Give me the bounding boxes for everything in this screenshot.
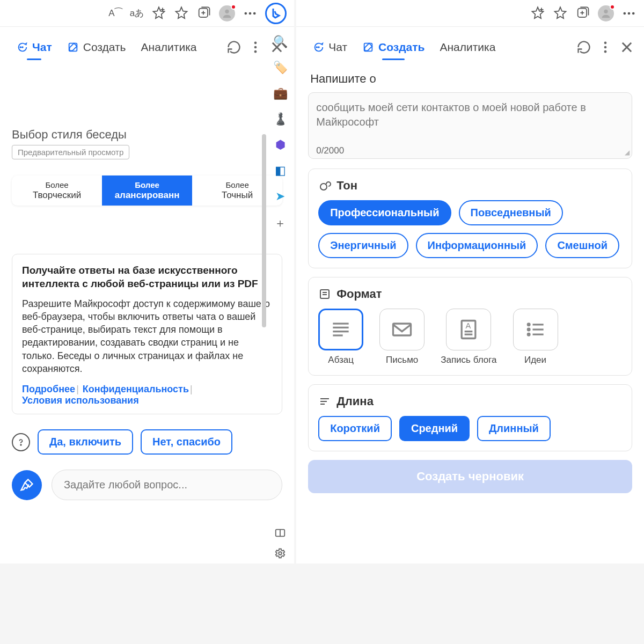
svg-point-49 (528, 328, 530, 331)
tab-compose[interactable]: Создать (356, 38, 431, 57)
svg-rect-42 (393, 324, 411, 335)
tab-insights[interactable]: Аналитика (433, 38, 502, 57)
refresh-icon[interactable] (226, 40, 241, 55)
add-favorite-icon[interactable] (151, 6, 166, 21)
style-creative[interactable]: Более Творческий (12, 175, 102, 206)
collections-icon[interactable] (196, 6, 211, 21)
svg-point-29 (318, 47, 319, 48)
svg-point-13 (254, 46, 257, 49)
svg-point-32 (604, 46, 607, 49)
email-icon (379, 309, 425, 350)
add-favorite-icon[interactable] (530, 6, 545, 21)
more-icon[interactable] (621, 6, 636, 21)
m365-icon[interactable]: ⬢ (273, 138, 287, 152)
help-icon[interactable] (12, 433, 30, 451)
tab-compose-label: Создать (83, 41, 126, 54)
tone-options: Профессиональный Повседневный Энергичный… (318, 200, 622, 258)
link-more[interactable]: Подробнее (22, 384, 75, 394)
close-icon[interactable] (619, 40, 634, 55)
collections-icon[interactable] (575, 6, 590, 21)
svg-point-28 (317, 47, 318, 48)
split-screen-icon[interactable] (274, 527, 286, 539)
preview-badge: Предварительный просмотр (12, 145, 129, 159)
svg-point-5 (225, 9, 229, 13)
favorites-icon[interactable] (553, 6, 568, 21)
tab-compose[interactable]: Создать (61, 38, 133, 57)
svg-point-34 (320, 184, 327, 190)
resize-grip-icon[interactable]: ◢ (625, 149, 630, 156)
scrollbar[interactable] (262, 134, 266, 327)
bing-sidebar-icon[interactable] (265, 3, 287, 24)
svg-text:A: A (466, 321, 471, 330)
send-icon[interactable]: ➤ (273, 189, 287, 203)
ideas-icon (513, 309, 558, 350)
info-links: Подробнее| Конфиденциальность| Условия и… (22, 384, 272, 406)
svg-point-15 (20, 444, 21, 445)
sidebar-rail-bottom (268, 527, 292, 559)
paragraph-icon (318, 309, 363, 350)
link-privacy[interactable]: Конфиденциальность (83, 384, 189, 394)
tab-chat[interactable]: Чат (306, 38, 354, 57)
svg-point-26 (628, 12, 631, 14)
consent-no-button[interactable]: Нет, спасибо (141, 429, 232, 455)
generate-draft-button[interactable]: Создать черновик (308, 460, 632, 493)
length-medium[interactable]: Средний (399, 416, 470, 441)
new-topic-button[interactable] (12, 470, 42, 500)
length-label: Длина (336, 394, 374, 408)
svg-point-8 (253, 12, 256, 14)
search-icon[interactable]: 🔍 (273, 35, 287, 49)
browser-toolbar-right (296, 0, 644, 27)
more-vertical-icon[interactable] (598, 40, 613, 55)
link-terms[interactable]: Условия использования (22, 395, 139, 406)
more-vertical-icon[interactable] (248, 40, 263, 55)
length-options: Короткий Средний Длинный (318, 416, 622, 441)
style-balanced[interactable]: Более алансированн (102, 175, 192, 206)
add-site-icon[interactable]: ＋ (273, 215, 287, 231)
profile-avatar[interactable] (598, 5, 614, 21)
tab-insights-label: Аналитика (141, 41, 197, 54)
tone-enthusiastic[interactable]: Энергичный (318, 233, 408, 258)
write-about-input[interactable]: сообщить моей сети контактов о моей ново… (316, 100, 624, 135)
svg-point-24 (604, 9, 608, 13)
tone-label: Тон (336, 179, 357, 193)
games-icon[interactable]: ♟️ (273, 112, 287, 126)
svg-point-47 (528, 324, 530, 326)
style-label: Выбор стиля беседы (12, 128, 282, 142)
consent-yes-button[interactable]: Да, включить (38, 429, 133, 455)
tools-icon[interactable]: 💼 (273, 86, 287, 100)
tone-professional[interactable]: Профессиональный (318, 200, 451, 225)
tab-insights[interactable]: Аналитика (135, 38, 203, 57)
favorites-icon[interactable] (174, 6, 189, 21)
left-tab-row: Чат Создать Аналитика (0, 27, 294, 63)
format-card: Формат Абзац Письмо A (308, 277, 632, 376)
settings-gear-icon[interactable] (274, 547, 286, 559)
tab-compose-label: Создать (378, 41, 425, 54)
tab-chat-label: Чат (32, 41, 52, 54)
format-ideas[interactable]: Идеи (513, 309, 558, 365)
format-blog[interactable]: A Запись блога (441, 309, 496, 365)
shopping-tag-icon[interactable]: 🏷️ (273, 61, 287, 75)
length-long[interactable]: Длинный (477, 416, 551, 441)
blog-icon: A (446, 309, 491, 350)
length-short[interactable]: Короткий (318, 416, 392, 441)
format-email[interactable]: Письмо (379, 309, 425, 365)
svg-point-12 (254, 42, 257, 45)
svg-point-14 (254, 50, 257, 53)
page-context-card: Получайте ответы на базе искусственного … (12, 254, 282, 414)
format-paragraph[interactable]: Абзац (318, 309, 363, 365)
tone-funny[interactable]: Смешной (545, 233, 619, 258)
tone-casual[interactable]: Повседневный (459, 200, 563, 225)
read-aloud-icon[interactable]: A⁀ (108, 8, 122, 19)
ask-anything-input[interactable] (52, 470, 282, 500)
format-options: Абзац Письмо A Запись блога (318, 309, 622, 365)
profile-avatar[interactable] (219, 5, 235, 21)
char-counter: 0/2000 (316, 145, 624, 156)
more-icon[interactable] (243, 6, 258, 21)
tab-chat[interactable]: Чат (10, 38, 58, 57)
length-icon (318, 395, 331, 408)
outlook-icon[interactable]: ◧ (273, 164, 287, 178)
refresh-icon[interactable] (576, 40, 591, 55)
tone-informational[interactable]: Информационный (416, 233, 538, 258)
translate-icon[interactable]: aあ (130, 7, 144, 19)
svg-point-18 (279, 552, 282, 555)
